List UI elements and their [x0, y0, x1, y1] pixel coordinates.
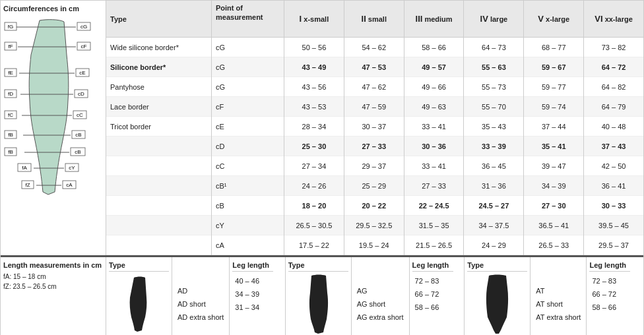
size-row: 27 – 33: [344, 137, 404, 156]
measurement-column: Point of measurement cGcGcGcFcEcDcCcB¹cB…: [212, 1, 284, 255]
svg-text:fG: fG: [8, 24, 13, 30]
leg-length-value: 34 – 39: [232, 288, 273, 301]
length-note: fA: 15 – 18 cm: [3, 273, 103, 280]
type-row: [106, 196, 211, 216]
type-row: [106, 216, 211, 235]
size-row: 34 – 37.5: [464, 216, 523, 235]
size-col-II: II small54 – 6247 – 5347 – 6247 – 5930 –…: [344, 1, 404, 255]
size-row: 31 – 36: [464, 176, 523, 196]
leg-length-value: 58 – 66: [589, 301, 630, 314]
size-row: 26.5 – 33: [524, 235, 583, 255]
size-row: 43 – 49: [284, 57, 344, 77]
type-row: Wide silicone border*: [106, 38, 211, 57]
bottom-type-header: Type: [288, 261, 348, 272]
svg-text:fC: fC: [8, 112, 13, 118]
meas-row: cF: [212, 97, 284, 117]
type-row: [106, 176, 211, 196]
svg-text:fZ: fZ: [25, 182, 30, 188]
size-row: 33 – 41: [404, 156, 464, 176]
leg-diagram: fG cG fF cF fE cE: [3, 15, 101, 206]
size-col-header: V x-large: [524, 1, 583, 38]
bottom-type-section: Type: [106, 257, 172, 335]
size-row: 47 – 59: [344, 97, 404, 117]
size-col-header: IV large: [464, 1, 523, 38]
size-row: 27 – 33: [404, 176, 464, 196]
bottom-section: Length measurements in cm fA: 15 – 18 cm…: [1, 257, 643, 335]
meas-row: cA: [212, 235, 284, 255]
bottom-type-names: ADAD shortAD extra short: [172, 257, 230, 335]
size-col-header: III medium: [404, 1, 464, 38]
size-row: 31.5 – 35: [404, 216, 464, 235]
bottom-block-0: Type ADAD shortAD extra shortLeg length4…: [106, 257, 286, 335]
size-row: 27 – 34: [284, 156, 344, 176]
leg-length-value: 72 – 83: [589, 274, 630, 288]
meas-row: cB: [212, 196, 284, 216]
size-row: 49 – 57: [404, 57, 464, 77]
type-row: Lace border: [106, 97, 211, 117]
svg-text:cC: cC: [77, 112, 83, 118]
leg-length-value: 66 – 72: [589, 288, 630, 301]
svg-text:cD: cD: [78, 91, 84, 97]
size-row: 64 – 72: [584, 57, 643, 77]
size-row: 29.5 – 37: [584, 235, 643, 255]
size-row: 50 – 56: [284, 38, 344, 57]
meas-row: cB¹: [212, 176, 284, 196]
bottom-blocks: Type ADAD shortAD extra shortLeg length4…: [106, 257, 643, 335]
leg-type-name: AD extra short: [175, 311, 226, 324]
size-row: 25 – 29: [344, 176, 404, 196]
size-row: 68 – 77: [524, 38, 583, 57]
roman-numeral: III: [416, 14, 423, 24]
leg-length-header: Leg length: [412, 261, 453, 272]
size-label: small: [368, 15, 387, 23]
size-label: large: [490, 15, 507, 23]
size-row: 59 – 77: [524, 77, 583, 97]
size-row: 36 – 41: [584, 176, 643, 196]
leg-type-name: AT short: [533, 297, 583, 311]
svg-text:fB: fB: [8, 132, 13, 138]
size-row: 25 – 30: [284, 137, 344, 156]
size-row: 33 – 41: [404, 117, 464, 137]
bottom-block-1: Type AGAG shortAG extra shortLeg length7…: [286, 257, 465, 335]
size-label: x-large: [546, 15, 569, 23]
bottom-lengths: Leg length40 – 4634 – 3931 – 34: [230, 257, 276, 335]
svg-text:cB: cB: [75, 132, 81, 138]
leg-silhouette: [109, 274, 169, 334]
type-row: Silicone border*: [106, 57, 211, 77]
leg-type-name: AT: [533, 284, 583, 297]
size-row: 64 – 73: [464, 38, 523, 57]
size-col-header: II small: [344, 1, 404, 38]
size-row: 28 – 34: [284, 117, 344, 137]
size-row: 24 – 26: [284, 176, 344, 196]
bottom-type-names: AGAG shortAG extra short: [352, 257, 410, 335]
leg-type-name: AG extra short: [354, 311, 406, 324]
size-col-header: I x-small: [284, 1, 344, 38]
size-row: 55 – 70: [464, 97, 523, 117]
size-row: 58 – 66: [404, 38, 464, 57]
size-row: 17.5 – 22: [284, 235, 344, 255]
size-label: xx-large: [605, 15, 633, 23]
leg-length-value: 66 – 72: [412, 288, 453, 301]
size-row: 22 – 24.5: [404, 196, 464, 216]
size-row: 29 – 37: [344, 156, 404, 176]
roman-numeral: VI: [595, 14, 602, 24]
size-label: medium: [424, 15, 452, 23]
leg-length-value: 72 – 83: [412, 274, 453, 288]
size-col-I: I x-small50 – 5643 – 4943 – 5643 – 5328 …: [284, 1, 344, 255]
leg-silhouette: [467, 274, 527, 334]
size-row: 43 – 53: [284, 97, 344, 117]
size-row: 39 – 47: [524, 156, 583, 176]
length-note: fZ: 23.5 – 26.5 cm: [3, 283, 103, 290]
size-row: 34 – 39: [524, 176, 583, 196]
svg-text:cG: cG: [80, 24, 87, 30]
bottom-type-section: Type: [286, 257, 352, 335]
type-row: [106, 156, 211, 176]
type-column: Type Wide silicone border*Silicone borde…: [106, 1, 212, 255]
svg-text:fF: fF: [8, 44, 13, 49]
size-row: 19.5 – 24: [344, 235, 404, 255]
size-row: 24.5 – 27: [464, 196, 523, 216]
svg-text:fD: fD: [8, 91, 13, 97]
leg-length-header: Leg length: [589, 261, 630, 272]
measurement-header-line2: measurement: [216, 13, 263, 21]
size-row: 35 – 41: [524, 137, 583, 156]
leg-type-name: AD: [175, 284, 226, 297]
